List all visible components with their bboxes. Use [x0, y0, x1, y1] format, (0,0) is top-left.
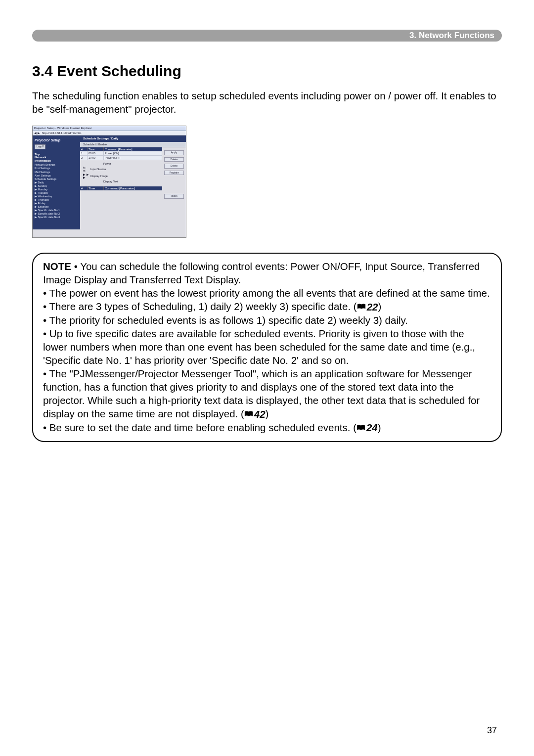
sidebar-item[interactable]: ▶ Monday	[35, 188, 78, 191]
sidebar-item[interactable]: ▶ Friday	[35, 202, 78, 205]
page-ref: 42	[244, 407, 266, 421]
power-label: Power	[103, 162, 111, 165]
schedule-tab[interactable]: Schedule ☑ Enable	[80, 142, 186, 147]
logo: Projector Setup	[35, 138, 78, 142]
page-ref: 22	[357, 300, 378, 313]
th: Command [Parameter]	[104, 147, 162, 151]
page-number: 37	[487, 725, 497, 736]
th: #	[80, 147, 88, 151]
logoff-button[interactable]: Logoff	[35, 144, 45, 149]
th: Time	[88, 186, 104, 191]
delete-button[interactable]: Delete	[164, 164, 184, 169]
screenshot: Projector Setup - Windows Internet Explo…	[32, 126, 186, 238]
window-title: Projector Setup - Windows Internet Explo…	[33, 126, 186, 131]
toolbar: ◀ ▶http://192.168.1.10/admin.htm	[33, 131, 186, 136]
panel-title: Schedule Settings / Daily	[80, 135, 186, 142]
dtxt-label: Display Text	[103, 180, 118, 183]
note-l2: • The power on event has the lowest prio…	[43, 287, 490, 299]
breadcrumb: 3. Network Functions	[409, 30, 494, 41]
sidebar-item[interactable]: ▶ Specific date No.3	[35, 216, 78, 219]
register-button[interactable]: Register	[164, 171, 184, 176]
book-icon	[244, 410, 253, 417]
sidebar-item[interactable]: ▶ Wednesday	[35, 195, 78, 198]
table-row[interactable]: 217:00Power [OFF]	[80, 156, 162, 160]
side-heading: Top: Network Information	[35, 153, 78, 163]
sidebar-item[interactable]: ▶ Daily	[35, 181, 78, 184]
url: http://192.168.1.10/admin.htm	[42, 132, 82, 135]
book-icon	[357, 303, 366, 310]
page-title: 3.4 Event Scheduling	[32, 61, 502, 81]
note-l3a: • There are 3 types of Scheduling, 1) da…	[43, 301, 357, 312]
note-label: NOTE	[43, 261, 71, 272]
reset-button[interactable]: Reset	[164, 194, 184, 199]
schedule-table: #TimeCommand [Parameter] 108:00Power [ON…	[80, 147, 162, 160]
sidebar-item[interactable]: ▶ Specific date No.2	[35, 212, 78, 215]
th: Command [Parameter]	[104, 186, 162, 191]
delete-button[interactable]: Delete	[164, 157, 184, 162]
note-box: NOTE • You can schedule the following co…	[32, 253, 502, 442]
sidebar-item[interactable]: Alert Settings	[35, 174, 78, 177]
sidebar-item[interactable]: ▶ Saturday	[35, 205, 78, 208]
input-label: Input Source	[90, 168, 106, 171]
time-input[interactable]: h : m	[83, 166, 89, 172]
intro-text: The scheduling function enables to setup…	[32, 89, 502, 116]
sidebar-item[interactable]: ▶ Tuesday	[35, 191, 78, 194]
note-l7a: • Be sure to set the date and time befor…	[43, 422, 356, 433]
book-icon	[356, 424, 365, 431]
note-l5: • Up to five specific dates are availabl…	[43, 328, 475, 366]
sidebar-item[interactable]: Schedule Settings	[35, 178, 78, 180]
sidebar-item[interactable]: ▶ Thursday	[35, 198, 78, 201]
sidebar-item[interactable]: ▶ Specific date No.1	[35, 209, 78, 212]
sidebar-item[interactable]: Port Settings	[35, 167, 78, 170]
apply-button[interactable]: Apply	[164, 150, 184, 155]
th: Time	[88, 147, 104, 151]
sidebar-item[interactable]: Mail Settings	[35, 171, 78, 174]
sidebar-item[interactable]: ▶ Sunday	[35, 184, 78, 187]
dimg-label: Display Image	[90, 175, 108, 178]
table-row[interactable]: 108:00Power [ON]	[80, 151, 162, 156]
sidebar-item[interactable]: Network Settings	[35, 163, 78, 166]
note-l1: • You can schedule the following control…	[43, 261, 480, 285]
page-ref: 24	[356, 421, 378, 434]
header-bar: 3. Network Functions	[32, 30, 502, 42]
note-l4: • The priority for scheduled events is a…	[43, 314, 408, 326]
th: #	[80, 186, 88, 191]
sidebar: Projector Setup Logoff Top: Network Info…	[33, 135, 80, 229]
time-stepper[interactable]: ▶ ▶ ▶	[83, 173, 89, 179]
